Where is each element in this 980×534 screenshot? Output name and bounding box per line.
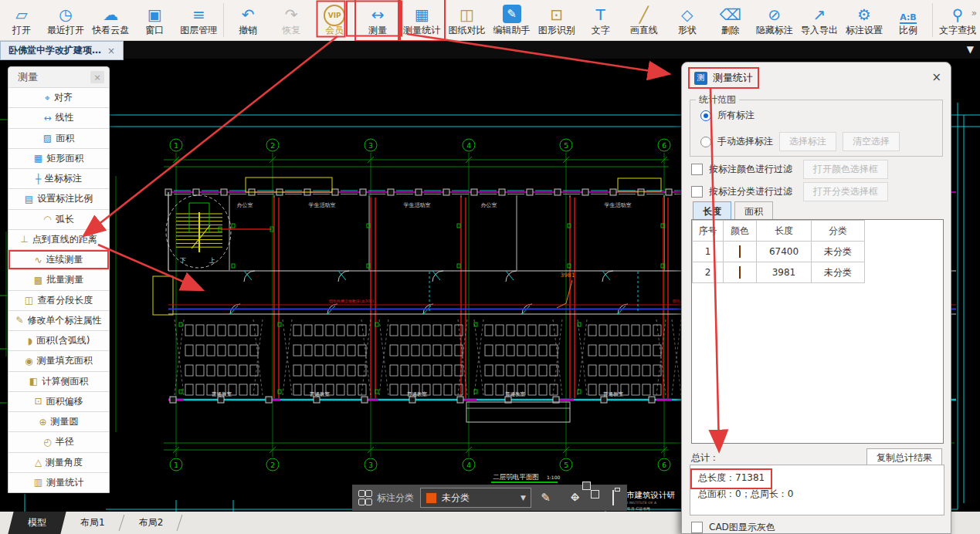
edit-annotation-icon[interactable]: ✎	[537, 490, 554, 505]
row-color	[724, 262, 757, 283]
total-label: 总计：	[691, 451, 719, 465]
toolbar-button-删除[interactable]: ⌫删除	[709, 0, 752, 40]
toolbar-button-label: 会员	[325, 25, 344, 35]
measure-tool-半径[interactable]: ◴半径	[8, 431, 109, 451]
toolbar-button-会员[interactable]: VIP会员	[313, 0, 356, 40]
annotation-category-toolbar: 标注分类 未分类 ▼ ✎ ↔↔	[352, 485, 627, 511]
toolbar-button-label: 文字	[592, 25, 610, 35]
clear-selection-button[interactable]: 清空选择	[843, 132, 900, 151]
select-annotations-button[interactable]: 选择标注	[779, 132, 836, 151]
toolbar-button-隐藏标注[interactable]: ⊘隐藏标注	[752, 0, 797, 40]
category-dropdown[interactable]: 未分类 ▼	[420, 488, 531, 508]
measure-tool-对齐[interactable]: ⌖对齐	[8, 87, 109, 107]
toolbar-button-比例[interactable]: A:B比例	[887, 0, 930, 40]
document-tab-close-icon[interactable]: ×	[107, 46, 115, 56]
measure-tool-线性[interactable]: ↔线性	[8, 107, 109, 127]
toolbar-button-最近打开[interactable]: ◷最近打开	[43, 0, 88, 40]
filter-by-color-checkbox[interactable]	[691, 164, 703, 175]
measure-tool-查看分段长度[interactable]: ◫查看分段长度	[8, 290, 109, 310]
layout-tab-label: 布局2	[139, 516, 164, 529]
cad-gray-checkbox[interactable]	[691, 522, 703, 533]
toolbar-button-文字查找[interactable]: ⚲文字查找	[935, 0, 980, 40]
toolbar-button-测量统计[interactable]: ▦测量统计	[399, 0, 444, 40]
filter-by-category-checkbox[interactable]	[691, 186, 703, 198]
radio-all-annotations[interactable]	[700, 110, 711, 121]
open-color-picker-button[interactable]: 打开颜色选择框	[803, 160, 888, 179]
measure-tool-测量角度[interactable]: △测量角度	[8, 452, 109, 472]
toolbar-button-测量[interactable]: ↔测量	[356, 0, 399, 40]
move-annotation-icon[interactable]: ↔↔	[560, 490, 576, 505]
measure-tool-连续测量[interactable]: ∿连续测量	[8, 249, 109, 269]
toolbar-button-label: 形状	[678, 25, 697, 35]
measure-tool-list: ⌖对齐↔线性▨面积▦矩形面积┼坐标标注▤设置标注比例◠弧长⊥点到直线的距离∿连续…	[8, 87, 109, 492]
tab-bar-menu-icon[interactable]: ▼	[967, 44, 974, 55]
toolbar-button-标注设置[interactable]: ⚙标注设置	[842, 0, 887, 40]
toolbar-button-形状[interactable]: ◇形状	[666, 0, 709, 40]
measure-tool-面积[interactable]: ▨面积	[8, 128, 109, 148]
导入导出-icon: ↗	[812, 5, 826, 25]
layout-tab-模型[interactable]: 模型	[8, 512, 66, 534]
measure-tool-面积偏移[interactable]: ⊡面积偏移	[8, 391, 109, 411]
table-row[interactable]: 23981未分类	[693, 262, 865, 283]
measure-tool-label: 对齐	[54, 91, 73, 104]
measure-tool-矩形面积[interactable]: ▦矩形面积	[8, 148, 109, 168]
category-grid-icon[interactable]	[358, 490, 371, 505]
toolbar-button-打开[interactable]: ▱打开	[0, 0, 43, 40]
measure-tool-label: 测量圆	[51, 415, 79, 428]
toolbar-button-图形识别[interactable]: ⊡图形识别	[534, 0, 579, 40]
toolbar-button-label: 文字查找	[939, 25, 976, 35]
toolbar-overflow-icon[interactable]: »	[972, 8, 977, 19]
measure-tool-批量测量[interactable]: ▩批量测量	[8, 269, 109, 289]
room-label: 办公室	[237, 202, 253, 208]
panel-close-icon[interactable]: ×	[931, 70, 941, 84]
连续测量-icon: ∿	[34, 255, 42, 265]
drawing-title: 二层弱电平面图1:100	[491, 473, 560, 482]
toolbar-button-恢复[interactable]: ↷恢复	[270, 0, 313, 40]
toolbar-button-快看云盘[interactable]: ☁快看云盘	[88, 0, 133, 40]
恢复-icon: ↷	[285, 5, 298, 25]
toolbar-button-图层管理[interactable]: ≡图层管理	[176, 0, 221, 40]
stair-down-label: 下	[180, 257, 186, 264]
measurement-table[interactable]: 序号颜色长度分类167400未分类23981未分类	[691, 219, 944, 444]
measure-tool-label: 面积	[56, 132, 74, 145]
measure-tool-坐标标注[interactable]: ┼坐标标注	[8, 168, 109, 188]
measure-tool-弧长[interactable]: ◠弧长	[8, 209, 109, 229]
layout-tab-布局1[interactable]: 布局1	[63, 512, 122, 534]
measure-tool-面积(含弧线)[interactable]: ◗面积(含弧线)	[8, 330, 109, 350]
open-category-picker-button[interactable]: 打开分类选择框	[803, 182, 888, 201]
measure-panel-header: 测量 ×	[8, 67, 109, 87]
radio-manual-select[interactable]	[700, 137, 711, 147]
toolbar-button-图纸对比[interactable]: ◫图纸对比	[444, 0, 489, 40]
toolbar-button-label: 最近打开	[47, 25, 84, 35]
table-row[interactable]: 167400未分类	[693, 242, 865, 262]
measure-tool-计算侧面积[interactable]: ◧计算侧面积	[8, 371, 109, 391]
grid-bubble-bottom: 4	[466, 461, 471, 469]
measure-tool-label: 测量填充面积	[37, 354, 93, 367]
measure-tool-label: 查看分段长度	[37, 294, 93, 307]
copy-annotation-icon[interactable]	[582, 490, 599, 505]
toolbar-button-label: 测量	[368, 25, 387, 35]
measure-tool-测量圆[interactable]: ⊕测量圆	[8, 411, 109, 431]
measure-panel-close-icon[interactable]: ×	[90, 71, 104, 83]
测量统计-icon: ▦	[415, 5, 429, 25]
layout-tab-布局2[interactable]: 布局2	[122, 512, 181, 534]
measure-tool-设置标注比例[interactable]: ▤设置标注比例	[8, 188, 109, 208]
面积(含弧线)-icon: ◗	[28, 336, 32, 346]
toolbar-button-文字[interactable]: T文字	[579, 0, 622, 40]
toolbar-button-label: 测量统计	[403, 25, 440, 35]
toolbar-button-导入导出[interactable]: ↗导入导出	[797, 0, 842, 40]
measure-tool-测量填充面积[interactable]: ◉测量填充面积	[8, 350, 109, 370]
measure-tool-修改单个标注属性[interactable]: ✎修改单个标注属性	[8, 310, 109, 330]
document-tab[interactable]: 卧佛堂中学改扩建项… ×	[0, 41, 124, 60]
toolbar-button-画直线[interactable]: ╱画直线	[622, 0, 666, 40]
grid-bubble-bottom: 2	[270, 461, 275, 469]
measure-tool-测量统计[interactable]: ▥测量统计	[8, 472, 109, 492]
toolbar-separator	[223, 3, 224, 37]
measure-tool-点到直线的距离[interactable]: ⊥点到直线的距离	[8, 229, 109, 249]
toolbar-button-撤销[interactable]: ↶撤销	[226, 0, 270, 40]
paste-annotation-icon[interactable]	[605, 490, 621, 505]
grid-bubble-top: 4	[466, 142, 471, 150]
toolbar-button-窗口[interactable]: ▣窗口	[133, 0, 176, 40]
grid-bubble-bottom: 3	[368, 461, 373, 469]
toolbar-button-编辑助手[interactable]: ✎编辑助手	[489, 0, 534, 40]
